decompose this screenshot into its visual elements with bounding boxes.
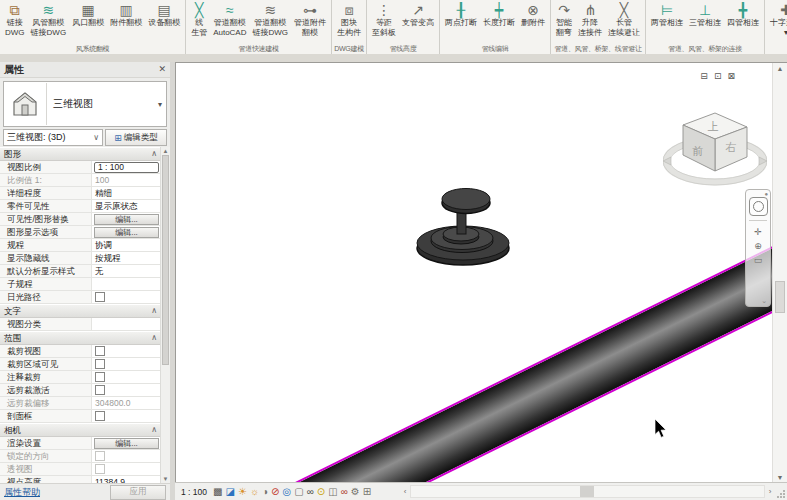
type-selector[interactable]: 三维视图 ▾ — [3, 81, 167, 127]
checkbox[interactable] — [95, 292, 105, 302]
edit-button[interactable]: 编辑... — [94, 438, 159, 449]
scrollbar-thumb[interactable] — [775, 281, 785, 313]
ribbon-button[interactable]: ↷智能翻弯 — [553, 1, 575, 38]
ribbon-button[interactable]: ✚十字连接▾ — [767, 1, 787, 38]
scroll-down-icon[interactable]: ▼ — [773, 474, 787, 481]
property-value[interactable]: 11384.9 — [92, 476, 161, 483]
view-selector-dropdown[interactable]: 三维视图: (3D) ∨ — [3, 129, 103, 146]
collapse-icon[interactable]: ∧ — [151, 305, 157, 317]
property-value[interactable]: 编辑... — [92, 213, 161, 225]
scrollbar-track[interactable] — [410, 485, 765, 498]
value-input[interactable]: 1 : 100 — [94, 162, 159, 173]
property-value[interactable] — [92, 410, 161, 422]
sprinkler-3d-element[interactable] — [409, 186, 521, 274]
scroll-right-icon[interactable]: › — [765, 487, 775, 496]
properties-scrollbar[interactable]: ▲ ▼ — [160, 147, 170, 483]
viewcube[interactable]: 上 前 右 — [663, 99, 767, 203]
checkbox[interactable] — [95, 372, 105, 382]
property-value[interactable]: 无 — [92, 265, 161, 277]
checkbox[interactable] — [95, 385, 105, 395]
property-value[interactable]: 100 — [92, 174, 161, 186]
property-value[interactable] — [92, 318, 161, 330]
sun-path-icon[interactable]: ☼ — [250, 485, 259, 499]
ribbon-button[interactable]: ≈管道翻模AutoCAD — [210, 1, 249, 38]
displacement-icon[interactable]: ⚙ — [351, 485, 360, 499]
vertical-scrollbar[interactable]: ▲ ▼ — [772, 63, 787, 483]
scrollbar-thumb[interactable] — [162, 155, 169, 365]
property-value[interactable]: 1 : 100 — [92, 161, 161, 173]
ribbon-button[interactable]: ⊥三管相连 — [686, 1, 724, 29]
zoom-icon[interactable]: ⊕ — [754, 239, 762, 253]
property-value[interactable]: 编辑... — [92, 437, 161, 449]
ribbon-button[interactable]: ≋风管翻模链接DWG — [28, 1, 70, 38]
ribbon-button[interactable]: ╋四管相连 — [724, 1, 762, 29]
property-section-header[interactable]: 相机∧ — [0, 423, 161, 437]
checkbox[interactable] — [95, 411, 105, 421]
minimize-window-icon[interactable]: ⊟ — [700, 71, 708, 81]
resize-grip[interactable] — [776, 489, 786, 499]
navbar-options-icon[interactable]: ● — [764, 191, 768, 197]
property-value[interactable] — [92, 291, 161, 303]
properties-help-link[interactable]: 属性帮助 — [4, 486, 40, 499]
property-value[interactable] — [92, 358, 161, 370]
ribbon-button[interactable]: ▦风口翻模 — [69, 1, 107, 29]
rendering-icon[interactable]: ⊘ — [271, 485, 279, 499]
edit-type-button[interactable]: ⊞ 编辑类型 — [105, 129, 167, 146]
ribbon-button[interactable]: ⋔升降连接件 — [575, 1, 605, 38]
detail-level-icon[interactable]: ◪ — [225, 485, 234, 499]
ribbon-button[interactable]: ⧉链接DWG — [2, 1, 28, 38]
crop-region-icon[interactable]: ▢ — [294, 485, 303, 499]
checkbox[interactable] — [95, 346, 105, 356]
ribbon-button[interactable]: ≋管道翻模链接DWG — [249, 1, 291, 38]
ribbon-button[interactable]: ▥附件翻模 — [107, 1, 145, 29]
ribbon-button[interactable]: ╳长管连续避让 — [605, 1, 643, 38]
steering-wheel-icon[interactable] — [749, 197, 768, 216]
horizontal-scrollbar[interactable]: ‹ › — [400, 485, 775, 498]
property-value[interactable] — [92, 384, 161, 396]
property-value[interactable] — [92, 463, 161, 475]
property-value[interactable] — [92, 278, 161, 290]
ribbon-button[interactable]: ⊶管道附件翻模 — [291, 1, 329, 38]
property-value[interactable]: 显示原状态 — [92, 200, 161, 212]
scale-grid-icon[interactable]: ▩ — [213, 485, 222, 499]
ribbon-button[interactable]: ┿长度打断 — [480, 1, 518, 29]
pipe-3d-element[interactable] — [273, 201, 787, 483]
property-value[interactable]: 编辑... — [92, 226, 161, 238]
property-value[interactable]: 按规程 — [92, 252, 161, 264]
navigation-bar[interactable]: ● ✛⊕▭ ⌄ — [745, 189, 771, 307]
checkbox[interactable] — [95, 359, 105, 369]
close-icon[interactable]: ✕ — [158, 62, 166, 77]
pan-icon[interactable]: ✛ — [754, 225, 762, 239]
ribbon-button[interactable]: ╂两点打断 — [442, 1, 480, 29]
drawing-area[interactable]: ⊟⊡⊠ 上 前 右 ● ✛⊕▭ ⌄ — [175, 62, 787, 483]
ribbon-button[interactable]: ⊨两管相连 — [648, 1, 686, 29]
property-section-header[interactable]: 图形∧ — [0, 147, 161, 161]
crop-view-icon[interactable]: ◎ — [282, 485, 291, 499]
chevron-down-icon[interactable]: ⌄ — [761, 297, 767, 305]
scroll-left-icon[interactable]: ‹ — [400, 487, 410, 496]
apply-button[interactable]: 应用 — [110, 485, 166, 500]
chevron-down-icon[interactable]: ▾ — [158, 100, 166, 109]
property-value[interactable] — [92, 371, 161, 383]
collapse-icon[interactable]: ∧ — [151, 148, 157, 160]
property-value[interactable] — [92, 450, 161, 462]
temp-view-properties-icon[interactable]: ◫ — [328, 485, 337, 499]
scroll-up-icon[interactable]: ▲ — [773, 65, 787, 72]
shadows-icon[interactable]: ◑ — [262, 485, 268, 499]
visual-style-icon[interactable]: ☀ — [238, 485, 247, 499]
ribbon-button[interactable]: ▤设备翻模 — [145, 1, 183, 29]
ribbon-button[interactable]: ⊗删附件 — [518, 1, 548, 29]
temp-hide-isolate-icon[interactable]: ∞ — [307, 485, 314, 499]
collapse-icon[interactable]: ∧ — [151, 424, 157, 436]
ribbon-button[interactable]: ⧈图块生构件 — [334, 1, 364, 38]
collapse-icon[interactable]: ∧ — [151, 332, 157, 344]
view-scale-label[interactable]: 1 : 100 — [181, 487, 207, 497]
analytical-model-icon[interactable]: ∞ — [341, 485, 348, 499]
property-value[interactable]: 精细 — [92, 187, 161, 199]
property-value[interactable]: 304800.0 — [92, 397, 161, 409]
edit-button[interactable]: 编辑... — [94, 227, 159, 238]
scroll-down-icon[interactable]: ▼ — [161, 476, 170, 482]
property-value[interactable]: 协调 — [92, 239, 161, 251]
ribbon-button[interactable]: ↗支管变高 — [399, 1, 437, 29]
close-window-icon[interactable]: ⊠ — [727, 71, 735, 81]
